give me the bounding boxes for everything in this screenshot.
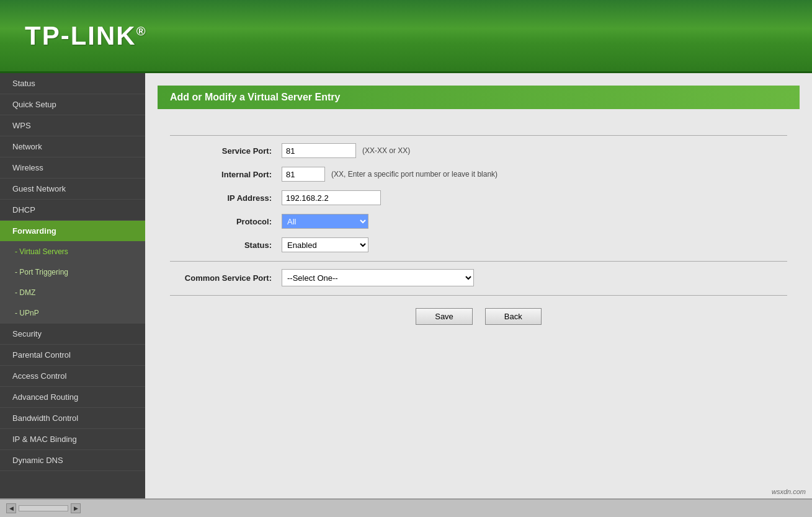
ip-address-input[interactable] [282, 190, 381, 205]
sidebar-item-wps[interactable]: WPS [0, 115, 145, 136]
watermark: wsxdn.com [772, 488, 806, 495]
sidebar-item-dynamic-dns[interactable]: Dynamic DNS [0, 450, 145, 471]
common-service-port-row: Common Service Port: --Select One-- FTP … [170, 269, 787, 286]
content-area: Add or Modify a Virtual Server Entry Ser… [145, 73, 812, 498]
protocol-row: Protocol: All TCP UDP TCP/UDP [170, 214, 787, 229]
sidebar-item-forwarding[interactable]: Forwarding [0, 221, 145, 242]
status-select[interactable]: Enabled Disabled [282, 237, 368, 252]
header: TP-LINK® [0, 0, 812, 73]
divider-bottom [170, 295, 787, 296]
sidebar-item-network[interactable]: Network [0, 136, 145, 157]
internal-port-hint: (XX, Enter a specific port number or lea… [331, 170, 497, 179]
service-port-input[interactable] [282, 143, 356, 158]
sidebar-item-ip-mac-binding[interactable]: IP & MAC Binding [0, 429, 145, 450]
scroll-right-btn[interactable]: ▶ [71, 503, 81, 513]
status-label: Status: [170, 241, 282, 250]
internal-port-row: Internal Port: (XX, Enter a specific por… [170, 167, 787, 182]
sidebar-item-quick-setup[interactable]: Quick Setup [0, 94, 145, 115]
sidebar-item-dhcp[interactable]: DHCP [0, 200, 145, 221]
sidebar-item-dmz[interactable]: - DMZ [0, 283, 145, 303]
scroll-left-btn[interactable]: ◀ [6, 503, 16, 513]
common-service-port-select[interactable]: --Select One-- FTP HTTP HTTPS SMTP POP3 … [282, 269, 474, 286]
back-button[interactable]: Back [485, 308, 542, 325]
internal-port-input[interactable] [282, 167, 325, 182]
section-header: Add or Modify a Virtual Server Entry [158, 86, 800, 109]
sidebar-item-advanced-routing[interactable]: Advanced Routing [0, 387, 145, 408]
form-container: Service Port: (XX-XX or XX) Internal Por… [158, 122, 800, 337]
sidebar-item-virtual-servers[interactable]: - Virtual Servers [0, 242, 145, 262]
sidebar-item-status[interactable]: Status [0, 73, 145, 94]
sidebar-item-bandwidth-control[interactable]: Bandwidth Control [0, 408, 145, 429]
sidebar-item-upnp[interactable]: - UPnP [0, 303, 145, 324]
service-port-hint: (XX-XX or XX) [362, 146, 410, 155]
logo-text: TP-LINK® [25, 21, 146, 50]
ip-address-row: IP Address: [170, 190, 787, 205]
sidebar-item-parental-control[interactable]: Parental Control [0, 345, 145, 366]
divider-top [170, 135, 787, 136]
protocol-select[interactable]: All TCP UDP TCP/UDP [282, 214, 368, 229]
status-row: Status: Enabled Disabled [170, 237, 787, 252]
internal-port-label: Internal Port: [170, 170, 282, 179]
save-button[interactable]: Save [416, 308, 473, 325]
sidebar-item-port-triggering[interactable]: - Port Triggering [0, 262, 145, 283]
bottom-bar: ◀ ▶ [0, 498, 812, 517]
scroll-track[interactable] [19, 505, 68, 511]
sidebar-item-guest-network[interactable]: Guest Network [0, 179, 145, 200]
divider-mid [170, 261, 787, 262]
sidebar-item-access-control[interactable]: Access Control [0, 366, 145, 387]
service-port-label: Service Port: [170, 146, 282, 156]
logo: TP-LINK® [25, 21, 146, 51]
sidebar-item-wireless[interactable]: Wireless [0, 157, 145, 179]
button-row: Save Back [170, 308, 787, 325]
horizontal-scrollbar[interactable]: ◀ ▶ [6, 503, 81, 513]
service-port-row: Service Port: (XX-XX or XX) [170, 143, 787, 158]
common-service-port-label: Common Service Port: [170, 273, 282, 283]
sidebar-item-security[interactable]: Security [0, 324, 145, 345]
main-container: Status Quick Setup WPS Network Wireless … [0, 73, 812, 498]
sidebar: Status Quick Setup WPS Network Wireless … [0, 73, 145, 498]
protocol-label: Protocol: [170, 217, 282, 226]
ip-address-label: IP Address: [170, 193, 282, 203]
